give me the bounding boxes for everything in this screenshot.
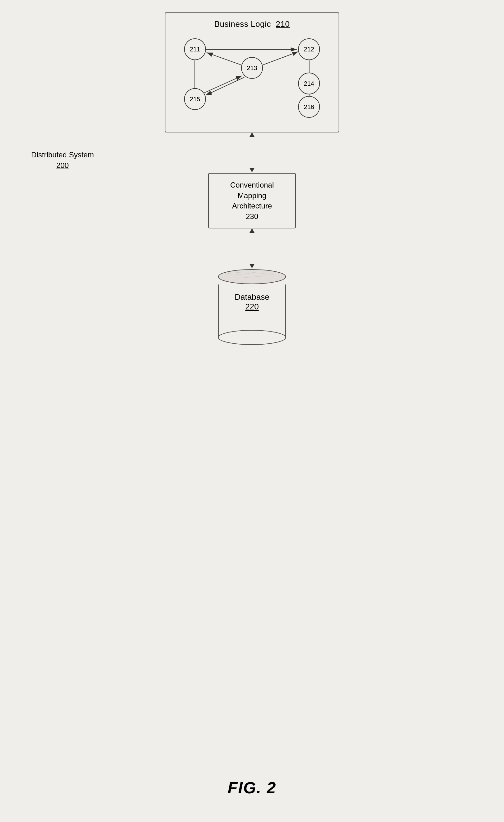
mapping-architecture-box: Conventional Mapping Architecture 230 [208, 173, 296, 229]
diagram-container: Business Logic 210 [112, 12, 392, 347]
svg-point-18 [218, 330, 286, 345]
mapping-architecture-title: Conventional Mapping Architecture 230 [218, 180, 286, 222]
connector-top-arrow-up [249, 132, 255, 137]
connector-bottom-arrow-down [249, 168, 255, 172]
business-logic-box: Business Logic 210 [165, 12, 339, 132]
db-body: Database 220 [218, 277, 286, 347]
connector-line-1 [252, 137, 252, 168]
node-213: 213 [241, 57, 263, 79]
node-212: 212 [298, 38, 320, 60]
db-label: Database [218, 292, 286, 302]
connector2-top-arrow-up [249, 229, 255, 233]
figure-label: FIG. 2 [228, 778, 276, 797]
database-container: Database 220 [211, 269, 293, 347]
svg-line-5 [263, 52, 299, 65]
db-label-area: Database 220 [218, 292, 286, 312]
business-logic-title: Business Logic 210 [175, 19, 329, 29]
node-215: 215 [184, 88, 206, 110]
svg-line-4 [206, 53, 241, 65]
node-211: 211 [184, 38, 206, 60]
distributed-system-label: Distributed System 200 [31, 149, 94, 170]
svg-line-6 [205, 77, 244, 95]
nodes-area: 211 212 213 214 215 216 [175, 35, 329, 122]
connector2-bottom-arrow-down [249, 264, 255, 268]
db-ref: 220 [218, 302, 286, 312]
connector-line-2 [252, 233, 252, 264]
svg-line-7 [204, 76, 242, 93]
node-214: 214 [298, 73, 320, 94]
node-216: 216 [298, 96, 320, 118]
